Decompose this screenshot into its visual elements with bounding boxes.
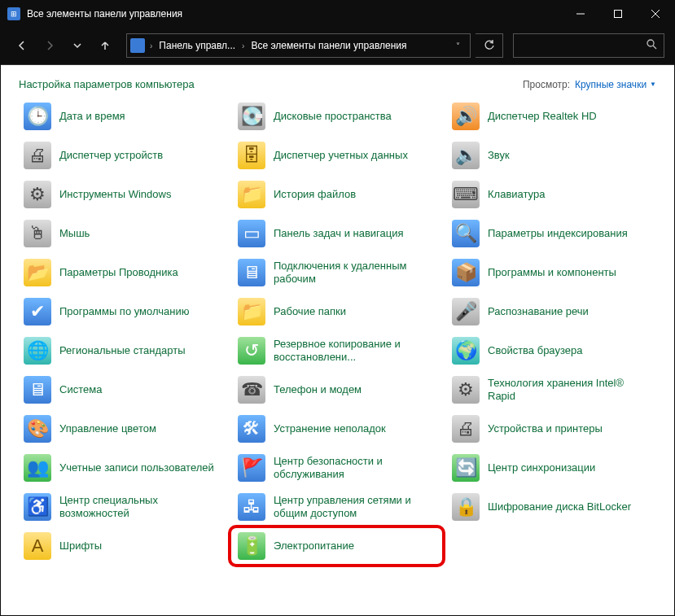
forward-button[interactable] (38, 34, 61, 57)
cpl-item-icon: 🔄 (452, 454, 480, 482)
cpl-item[interactable]: 📂Параметры Проводника (19, 253, 228, 292)
cpl-item-label: Центр синхронизации (488, 461, 595, 474)
page-title: Настройка параметров компьютера (19, 78, 195, 90)
cpl-item[interactable]: ♿Центр специальных возможностей (19, 487, 228, 526)
cpl-item-label: Рабочие папки (274, 305, 346, 318)
cpl-item-label: Шрифты (59, 540, 102, 553)
address-dropdown[interactable]: ˅ (449, 42, 467, 50)
cpl-item-icon: A (24, 532, 51, 560)
cpl-item[interactable]: ⚙Технология хранения Intel® Rapid (447, 370, 656, 409)
svg-rect-1 (615, 11, 622, 18)
cpl-item-icon: 💽 (238, 103, 265, 130)
refresh-button[interactable] (476, 33, 503, 58)
cpl-item[interactable]: 🔄Центр синхронизации (447, 448, 656, 487)
maximize-button[interactable] (599, 1, 637, 27)
cpl-item-icon: 🖱 (24, 220, 51, 247)
cpl-item[interactable]: ⌨Клавиатура (447, 175, 656, 214)
cpl-item-icon: 📁 (238, 298, 265, 325)
cpl-item[interactable]: 📦Программы и компоненты (447, 253, 656, 292)
cpl-item[interactable]: 🕒Дата и время (19, 97, 228, 136)
cpl-item-icon: 🔊 (452, 103, 480, 130)
window-title: Все элементы панели управления (27, 8, 182, 20)
cpl-item-icon: 🌐 (24, 337, 51, 365)
cpl-item-icon: 🗄 (238, 142, 265, 169)
close-button[interactable] (637, 1, 674, 27)
history-dropdown[interactable] (66, 34, 89, 57)
cpl-item[interactable]: 🖥Подключения к удаленным рабочим (233, 253, 442, 292)
cpl-item[interactable]: 🔋Электропитание (233, 526, 442, 566)
cpl-item-label: Устранение неполадок (274, 422, 386, 435)
cpl-item-icon: 🖥 (238, 259, 265, 286)
search-input[interactable] (513, 33, 664, 58)
cpl-item-label: Телефон и модем (274, 383, 362, 396)
cpl-item[interactable]: 🔍Параметры индексирования (447, 214, 656, 253)
cpl-item[interactable]: ✔Программы по умолчанию (19, 292, 228, 331)
cpl-item-icon: ☎ (238, 376, 265, 404)
breadcrumb-part1[interactable]: Панель управл... (157, 40, 237, 51)
view-value-text: Крупные значки (575, 79, 647, 90)
cpl-item-label: Панель задач и навигация (274, 227, 404, 240)
up-button[interactable] (94, 34, 116, 57)
cpl-item-icon: 🎨 (24, 415, 51, 443)
cpl-item[interactable]: 🔊Диспетчер Realtek HD (447, 97, 656, 136)
cpl-item-label: Клавиатура (488, 188, 545, 201)
cpl-item-label: Центр безопасности и обслуживания (274, 455, 437, 482)
cpl-item[interactable]: 🌐Региональные стандарты (19, 331, 228, 370)
cpl-item[interactable]: 🖨Диспетчер устройств (19, 136, 228, 175)
cpl-item-icon: 🌍 (452, 337, 480, 365)
cpl-item-label: Резервное копирование и восстановлени... (274, 338, 437, 365)
view-dropdown[interactable]: Крупные значки ▼ (575, 79, 656, 90)
cpl-item[interactable]: 📁История файлов (233, 175, 442, 214)
cpl-item-label: Диспетчер учетных данных (274, 149, 408, 162)
cpl-item[interactable]: AШрифты (19, 526, 228, 566)
cpl-item[interactable]: ⚙Инструменты Windows (19, 175, 228, 214)
cpl-item-label: Региональные стандарты (59, 344, 185, 357)
cpl-item-label: Мышь (59, 227, 90, 240)
cpl-item[interactable]: 💽Дисковые пространства (233, 97, 442, 136)
cpl-item-icon: ⚙ (24, 181, 51, 208)
cpl-item[interactable]: 🖨Устройства и принтеры (447, 409, 656, 448)
cpl-item-icon: 🖨 (452, 415, 480, 443)
cpl-item[interactable]: 📁Рабочие папки (233, 292, 442, 331)
cpl-item[interactable]: 🎤Распознавание речи (447, 292, 656, 331)
cpl-item-icon: 🕒 (24, 103, 51, 130)
cpl-item-icon: 👥 (24, 454, 51, 482)
cpl-item-label: Инструменты Windows (59, 188, 171, 201)
view-label: Просмотр: (523, 79, 570, 90)
cpl-item[interactable]: 🚩Центр безопасности и обслуживания (233, 448, 442, 487)
cpl-item[interactable]: 🔈Звук (447, 136, 656, 175)
cpl-item[interactable]: 👥Учетные записи пользователей (19, 448, 228, 487)
cpl-item[interactable]: 🛠Устранение неполадок (233, 409, 442, 448)
cpl-item-icon: ✔ (24, 298, 51, 325)
cpl-item[interactable]: 🌍Свойства браузера (447, 331, 656, 370)
cpl-item[interactable]: 🔒Шифрование диска BitLocker (447, 487, 656, 526)
cpl-item[interactable]: 🎨Управление цветом (19, 409, 228, 448)
cpl-item[interactable]: 🖥Система (19, 370, 228, 409)
cpl-item-label: Устройства и принтеры (488, 422, 603, 435)
cpl-item-label: Программы по умолчанию (59, 305, 189, 318)
cpl-item[interactable]: 🖧Центр управления сетями и общим доступо… (233, 487, 442, 526)
cpl-item-icon: 🛠 (238, 415, 265, 443)
cpl-item[interactable]: 🖱Мышь (19, 214, 228, 253)
cpl-item-label: Шифрование диска BitLocker (488, 500, 631, 513)
cpl-item[interactable]: ▭Панель задач и навигация (233, 214, 442, 253)
cpl-item-label: Технология хранения Intel® Rapid (488, 377, 651, 404)
cpl-item-icon: 🔍 (452, 220, 480, 247)
cpl-item-icon: ▭ (238, 220, 265, 247)
cpl-item-label: Свойства браузера (488, 344, 582, 357)
address-bar[interactable]: › Панель управл... › Все элементы панели… (126, 33, 471, 58)
cpl-item-icon: 🚩 (238, 454, 265, 482)
cpl-item[interactable]: ↺Резервное копирование и восстановлени..… (233, 331, 442, 370)
back-button[interactable] (11, 34, 33, 57)
cpl-item-label: Звук (488, 149, 510, 162)
cpl-item-icon: 🖧 (238, 493, 265, 521)
breadcrumb-part2[interactable]: Все элементы панели управления (249, 40, 408, 51)
cpl-item-icon: 🔋 (238, 532, 265, 560)
app-icon: ⊞ (7, 7, 20, 20)
minimize-button[interactable] (562, 1, 599, 27)
content-pane: Настройка параметров компьютера Просмотр… (1, 64, 674, 615)
cpl-item[interactable]: 🗄Диспетчер учетных данных (233, 136, 442, 175)
cpl-item-label: Подключения к удаленным рабочим (274, 260, 437, 286)
cpl-item[interactable]: ☎Телефон и модем (233, 370, 442, 409)
cpl-item-label: Учетные записи пользователей (59, 461, 214, 474)
